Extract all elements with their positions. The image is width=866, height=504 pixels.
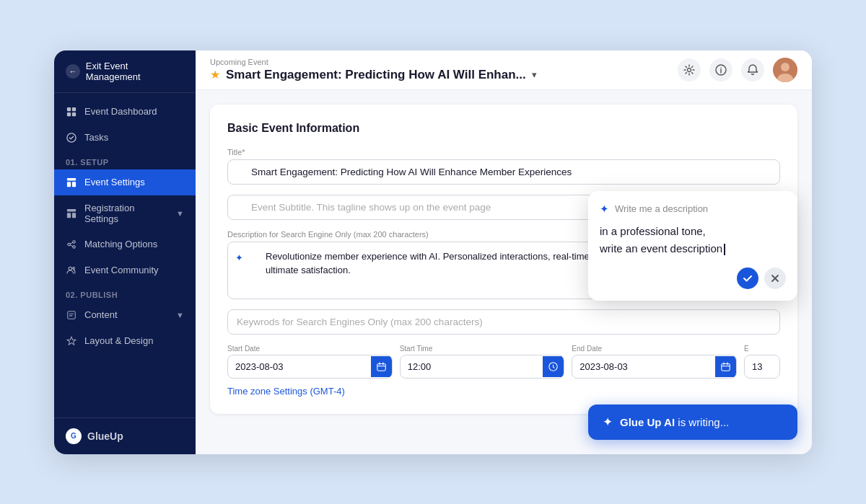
avatar[interactable] (773, 58, 797, 82)
svg-point-15 (73, 267, 75, 269)
star-icon (66, 335, 77, 347)
grid-icon (66, 106, 77, 118)
back-arrow-icon: ← (66, 64, 80, 79)
calendar-icon[interactable] (371, 356, 392, 377)
ai-description-popup: ✦ Write me a description in a profession… (588, 191, 797, 301)
svg-rect-2 (67, 112, 71, 115)
svg-rect-3 (72, 112, 76, 115)
title-input[interactable] (227, 159, 780, 185)
sidebar-item-event-settings[interactable]: Event Settings (54, 169, 196, 195)
ai-star-icon: ✦ (600, 203, 609, 216)
svg-rect-6 (67, 182, 71, 187)
timezone-link[interactable]: Time zone Settings (GMT-4) (227, 386, 780, 397)
svg-rect-1 (72, 107, 76, 110)
ai-writing-banner: ✦ Glue Up AI is writing... (588, 404, 797, 440)
sidebar-item-label: Matching Options (84, 239, 157, 249)
sidebar-item-label: Layout & Design (84, 335, 153, 346)
check-circle-icon (66, 132, 77, 143)
bell-icon[interactable] (741, 58, 764, 81)
ai-writing-label: Glue Up AI (620, 416, 675, 428)
top-bar-left: Upcoming Event ★ Smart Engagement: Predi… (210, 58, 537, 82)
sidebar-section-publish: 02. Publish (54, 283, 196, 302)
svg-point-17 (688, 68, 691, 71)
start-time-input-wrapper[interactable]: 12:00 (400, 355, 565, 379)
sidebar-item-label: Registration Settings (84, 203, 169, 224)
chevron-right-icon: ▼ (176, 311, 184, 319)
sidebar-item-registration-settings[interactable]: Registration Settings ▼ (54, 195, 196, 231)
glueup-logo: G GlueUp (54, 417, 196, 454)
svg-rect-0 (67, 107, 71, 110)
end-date-input-wrapper[interactable]: 2023-08-03 (572, 355, 737, 379)
ai-popup-placeholder: Write me a description (615, 203, 708, 214)
content-icon (66, 309, 77, 321)
users-icon (66, 265, 77, 276)
end-date2-field: E 13 (744, 345, 780, 379)
layout-icon (66, 208, 77, 219)
title-wrapper: ✦ (227, 159, 780, 185)
top-bar: Upcoming Event ★ Smart Engagement: Predi… (196, 50, 812, 90)
layout-icon (66, 177, 77, 188)
start-date-label: Start Date (227, 345, 393, 353)
sidebar: ← Exit Event Management Event Dashboard … (54, 50, 196, 454)
clock-icon[interactable] (543, 356, 564, 377)
keywords-input[interactable] (227, 309, 780, 335)
ai-writing-star-icon: ✦ (603, 415, 613, 430)
sidebar-item-label: Event Dashboard (84, 106, 157, 117)
exit-event-management-button[interactable]: ← Exit Event Management (54, 50, 196, 93)
ai-popup-line1: in a professional tone, (600, 225, 706, 237)
logo-icon: G (66, 428, 82, 444)
ai-writing-text: Glue Up AI is writing... (620, 416, 729, 428)
sidebar-item-matching-options[interactable]: Matching Options (54, 231, 196, 257)
svg-rect-9 (67, 213, 71, 218)
event-title-row: ★ Smart Engagement: Predicting How AI Wi… (210, 68, 537, 82)
form-container: Basic Event Information Title* ✦ ✦ (196, 90, 812, 454)
svg-rect-25 (722, 363, 730, 371)
start-time-label: Start Time (400, 345, 565, 353)
gear-icon[interactable] (678, 58, 701, 81)
start-time-value: 12:00 (401, 355, 543, 378)
sidebar-item-label: Tasks (84, 132, 108, 143)
event-title: Smart Engagement: Predicting How AI Will… (226, 68, 526, 82)
sidebar-item-label: Event Settings (84, 177, 145, 187)
chevron-down-icon[interactable]: ▾ (532, 69, 537, 80)
title-label: Title* (227, 148, 780, 156)
svg-rect-5 (67, 177, 76, 180)
end-date2-label: E (744, 345, 780, 353)
sidebar-item-content[interactable]: Content ▼ (54, 302, 196, 328)
ai-popup-actions (600, 268, 786, 289)
ai-confirm-button[interactable] (737, 268, 758, 289)
svg-rect-7 (72, 182, 76, 187)
svg-point-13 (73, 245, 76, 248)
end-date-field: End Date 2023-08-03 (572, 345, 737, 379)
calendar-icon-end[interactable] (715, 356, 736, 377)
end-date2-input-wrapper[interactable]: 13 (744, 355, 780, 379)
ai-popup-header: ✦ Write me a description (600, 203, 786, 216)
svg-point-11 (73, 240, 76, 243)
start-date-input-wrapper[interactable]: 2023-08-03 (227, 355, 393, 379)
start-time-field: Start Time 12:00 (400, 345, 565, 379)
sidebar-back-label: Exit Event Management (86, 61, 184, 82)
info-icon[interactable] (709, 58, 732, 81)
sidebar-item-label: Event Community (84, 265, 159, 275)
ai-cancel-button[interactable] (764, 268, 786, 289)
end-date-value: 2023-08-03 (572, 355, 715, 378)
start-date-field: Start Date 2023-08-03 (227, 345, 393, 379)
sidebar-item-event-dashboard[interactable]: Event Dashboard (54, 99, 196, 125)
main-content: Upcoming Event ★ Smart Engagement: Predi… (196, 50, 812, 454)
svg-rect-23 (377, 363, 385, 371)
star-icon: ★ (210, 68, 220, 81)
sidebar-item-event-community[interactable]: Event Community (54, 257, 196, 283)
svg-point-21 (781, 63, 790, 71)
logo-label: GlueUp (87, 430, 123, 442)
sidebar-item-tasks[interactable]: Tasks (54, 125, 196, 151)
start-date-value: 2023-08-03 (228, 355, 371, 378)
title-field-group: Title* ✦ (227, 148, 780, 185)
svg-point-14 (69, 267, 71, 270)
ai-star-icon: ✦ (235, 251, 243, 265)
sidebar-item-label: Content (84, 309, 118, 320)
event-label: Upcoming Event (210, 58, 537, 66)
keywords-field-group (227, 309, 780, 335)
text-cursor (724, 244, 725, 255)
end-date-label: End Date (572, 345, 737, 353)
sidebar-item-layout-design[interactable]: Layout & Design (54, 328, 196, 354)
